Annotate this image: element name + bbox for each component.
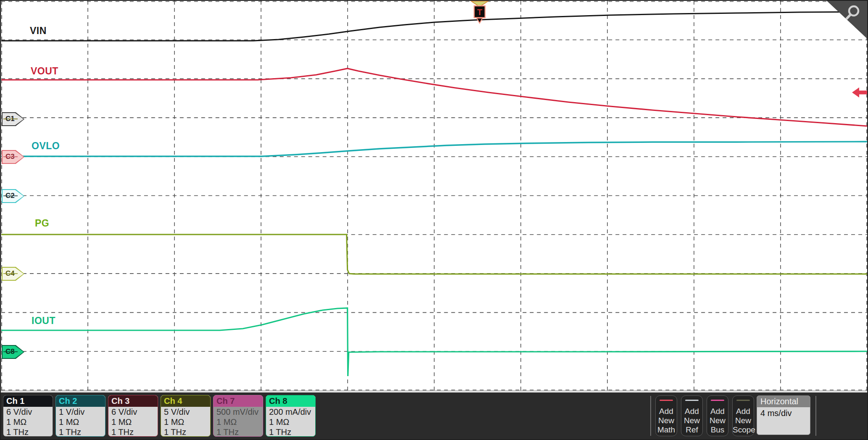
channel-marker-c3[interactable]: C3 bbox=[2, 150, 24, 164]
channel-impedance: 1 MΩ bbox=[56, 417, 105, 427]
channel-marker-strike-line bbox=[3, 351, 18, 352]
settings-bar: Ch 1 6 V/div 1 MΩ 1 THz Ch 2 1 V/div 1 M… bbox=[1, 393, 867, 439]
channel-badge-ch2[interactable]: Ch 2 1 V/div 1 MΩ 1 THz bbox=[55, 395, 106, 437]
channel-impedance: 1 MΩ bbox=[266, 417, 315, 427]
horizontal-scale-value: 4 ms/div bbox=[757, 407, 810, 418]
channel-badge-ch8[interactable]: Ch 8 200 mA/div 1 MΩ 1 THz bbox=[266, 395, 316, 437]
math-accent-line bbox=[660, 400, 673, 401]
channel-badge-ch1[interactable]: Ch 1 6 V/div 1 MΩ 1 THz bbox=[3, 395, 53, 437]
channel-scale: 1 V/div bbox=[56, 407, 105, 417]
channel-bandwidth: 1 THz bbox=[3, 427, 53, 437]
add-new-button-group: Add New Math Add New Ref Add New Bus Add… bbox=[655, 395, 754, 436]
scope-accent-line bbox=[736, 400, 750, 401]
trigger-flag-letter: T bbox=[477, 8, 482, 17]
channel-marker-c8[interactable]: C8 bbox=[2, 345, 24, 359]
waveform-label-ovlo: OVLO bbox=[32, 140, 60, 152]
channel-scale: 200 mA/div bbox=[266, 407, 315, 417]
channel-badge-ch4[interactable]: Ch 4 5 V/div 1 MΩ 1 THz bbox=[161, 395, 211, 437]
waveform-label-iout: IOUT bbox=[32, 315, 55, 327]
bus-accent-line bbox=[711, 400, 724, 401]
channel-badge-title: Ch 1 bbox=[3, 395, 53, 407]
add-new-math-label: Add New Math bbox=[657, 407, 675, 434]
channel-badge-title: Ch 3 bbox=[108, 395, 158, 407]
channel-impedance: 1 MΩ bbox=[214, 417, 263, 427]
channel-marker-strike-line bbox=[3, 156, 18, 157]
trigger-bottom-pointer-icon bbox=[477, 18, 483, 23]
channel-marker-strike-line bbox=[3, 119, 18, 119]
channel-badge-title: Ch 7 bbox=[214, 395, 263, 407]
channel-bandwidth: 1 THz bbox=[266, 427, 315, 437]
channel-badge-title: Ch 2 bbox=[56, 395, 105, 407]
channel-marker-strike-line bbox=[3, 195, 18, 196]
channel-bandwidth: 1 THz bbox=[214, 427, 263, 437]
channel-scale: 5 V/div bbox=[161, 407, 210, 417]
waveform-plot bbox=[1, 1, 867, 390]
channel-bandwidth: 1 THz bbox=[56, 427, 105, 437]
channel-badge-title: Ch 4 bbox=[161, 395, 210, 407]
toolbar-separator bbox=[815, 396, 816, 436]
horizontal-settings-badge[interactable]: Horizontal 4 ms/div bbox=[757, 395, 810, 435]
add-new-ref-label: Add New Ref bbox=[684, 407, 700, 434]
add-new-scope-label: Add New Scope bbox=[733, 407, 755, 434]
channel-badge-ch7[interactable]: Ch 7 500 mV/div 1 MΩ 1 THz bbox=[213, 395, 263, 437]
waveform-label-vout: VOUT bbox=[31, 66, 58, 77]
add-new-ref-button[interactable]: Add New Ref bbox=[681, 395, 703, 436]
channel-marker-c2[interactable]: C2 bbox=[2, 189, 24, 203]
graticule-grid bbox=[1, 1, 867, 390]
channel-impedance: 1 MΩ bbox=[108, 417, 158, 427]
channel-badge-ch3[interactable]: Ch 3 6 V/div 1 MΩ 1 THz bbox=[108, 395, 158, 437]
channel-badge-title: Ch 8 bbox=[266, 395, 315, 407]
channel-bandwidth: 1 THz bbox=[108, 427, 158, 437]
add-new-math-button[interactable]: Add New Math bbox=[655, 395, 677, 436]
channel-scale: 6 V/div bbox=[108, 407, 158, 417]
horizontal-title: Horizontal bbox=[757, 396, 810, 407]
add-new-bus-button[interactable]: Add New Bus bbox=[707, 395, 728, 436]
add-new-scope-button[interactable]: Add New Scope bbox=[732, 395, 754, 436]
waveform-display-area: VIN VOUT OVLO PG IOUT C1 C3 C2 C4 bbox=[1, 1, 867, 390]
channel-marker-c1[interactable]: C1 bbox=[2, 112, 24, 126]
waveform-label-vin: VIN bbox=[30, 25, 47, 37]
add-new-bus-label: Add New Bus bbox=[710, 407, 726, 434]
channel-impedance: 1 MΩ bbox=[3, 417, 53, 427]
ref-accent-line bbox=[685, 400, 699, 401]
waveform-label-pg: PG bbox=[35, 218, 49, 229]
channel-badge-row: Ch 1 6 V/div 1 MΩ 1 THz Ch 2 1 V/div 1 M… bbox=[3, 395, 316, 437]
channel-scale: 6 V/div bbox=[3, 407, 53, 417]
oscilloscope-screen: VIN VOUT OVLO PG IOUT C1 C3 C2 C4 bbox=[0, 0, 868, 440]
channel-bandwidth: 1 THz bbox=[161, 427, 210, 437]
trigger-level-arrow-icon[interactable] bbox=[852, 86, 867, 99]
channel-scale: 500 mV/div bbox=[214, 407, 263, 417]
channel-marker-strike-line bbox=[3, 273, 18, 274]
toolbar-separator bbox=[650, 396, 651, 436]
channel-impedance: 1 MΩ bbox=[161, 417, 210, 427]
channel-marker-c4[interactable]: C4 bbox=[2, 267, 24, 281]
trigger-position-marker[interactable]: T bbox=[470, 1, 489, 24]
